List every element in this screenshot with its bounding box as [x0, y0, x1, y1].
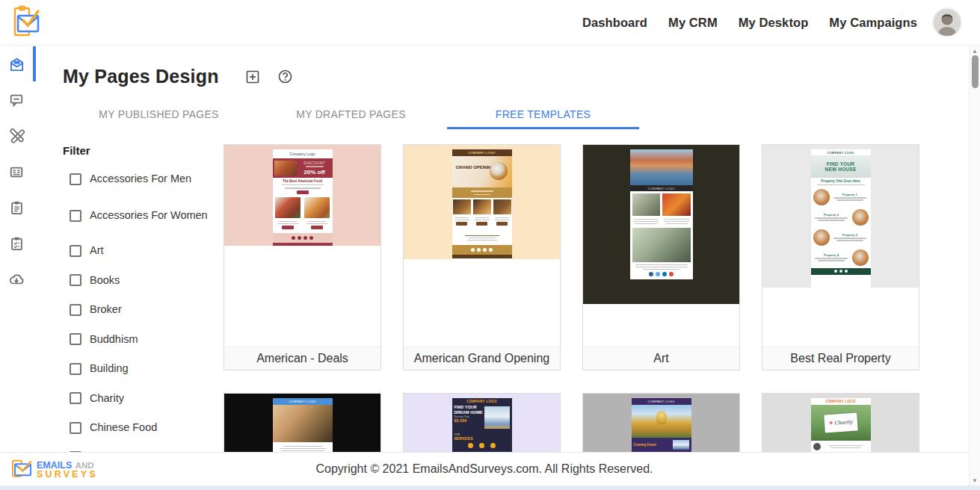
filter-item: Chinese Food: [63, 413, 224, 443]
filter-label: Broker: [90, 302, 122, 317]
sidebar-item-surveys[interactable]: [0, 226, 33, 261]
sidebar-item-design-tools[interactable]: [0, 118, 33, 154]
template-name: Art: [583, 347, 739, 370]
filter-label: Accessories For Men: [90, 171, 191, 187]
scroll-down-arrow[interactable]: ▼: [970, 477, 980, 484]
scrollbar-thumb[interactable]: [972, 55, 979, 88]
main-content: My Pages Design MY PUBLISHED PAGES MY DR…: [33, 46, 969, 452]
filter-label: Art: [90, 243, 104, 258]
filter-label: Books: [90, 273, 120, 288]
filter-checkbox-broker[interactable]: [70, 304, 81, 316]
template-name: Best Real Property: [762, 347, 919, 370]
top-navigation: Dashboard My CRM My Desktop My Campaigns: [582, 16, 917, 30]
nav-my-crm[interactable]: My CRM: [668, 16, 718, 30]
template-name: American Grand Opening: [404, 347, 560, 370]
sidebar-active-indicator: [33, 46, 36, 81]
template-thumbnail: Company Logo DISCOUNT 20% off The Best A…: [224, 145, 380, 246]
template-card-row2-2[interactable]: COMPANY LOGO FIND YOUR DREAM HOME Starti…: [403, 393, 561, 452]
template-thumbnail: COMPANY LOGO GRAND OPENING!: [404, 145, 560, 259]
filter-item: Books: [63, 266, 224, 296]
filter-item: Buddhism: [63, 325, 224, 355]
vertical-scrollbar[interactable]: ▲ ▼: [969, 46, 980, 486]
filter-label: Building: [90, 361, 129, 376]
template-thumbnail: COMPANY LOGO Coming Event: [583, 394, 739, 452]
sidebar-item-pages[interactable]: [0, 46, 33, 82]
template-thumbnail: COMPANY LOGO: [583, 145, 739, 304]
nav-my-campaigns[interactable]: My Campaigns: [829, 16, 917, 30]
nav-dashboard[interactable]: Dashboard: [582, 16, 647, 30]
add-square-icon: [246, 70, 259, 84]
template-card-row2-3[interactable]: COMPANY LOGO Coming Event: [582, 393, 740, 452]
filter-item: Art: [63, 236, 224, 266]
filter-checkbox-charity[interactable]: [70, 392, 81, 404]
filter-list: Accessories For Men Accessories For Wome…: [63, 163, 224, 452]
template-thumbnail: COMPANY LOGO ♥ Charity: [762, 394, 919, 452]
template-card-row2-1[interactable]: COMPANY LOGO: [224, 393, 381, 452]
page-title: My Pages Design: [63, 66, 219, 87]
sidebar-item-news[interactable]: [0, 154, 33, 190]
template-card-art[interactable]: COMPANY LOGO: [582, 144, 740, 370]
copyright-text: Copyright © 2021 EmailsAndSurveys.com. A…: [315, 462, 653, 476]
add-page-button[interactable]: [246, 70, 259, 84]
filter-item: Accessories For Men: [63, 163, 224, 195]
filter-item: Building: [63, 354, 224, 384]
help-button[interactable]: [278, 69, 292, 84]
filter-label: Accessories For Women: [90, 208, 208, 223]
filter-checkbox-accessories-for-women[interactable]: [70, 210, 81, 222]
comment-icon: [9, 93, 24, 108]
filter-item: Charity: [63, 384, 224, 414]
footer-envelope-icon: [10, 459, 33, 479]
icon-sidebar: [0, 46, 33, 452]
filter-checkbox-building[interactable]: [70, 363, 81, 375]
question-circle-icon: [278, 69, 292, 84]
filter-panel: Filter Accessories For Men Accessories F…: [63, 144, 224, 452]
template-thumbnail: COMPANY LOGO FIND YOUR NEW HOUSE Propert…: [762, 145, 919, 288]
app-header: Dashboard My CRM My Desktop My Campaigns: [0, 0, 980, 46]
cloud-download-icon: [8, 272, 25, 287]
tab-my-published-pages[interactable]: MY PUBLISHED PAGES: [63, 99, 255, 129]
filter-item: Accessories For Women: [63, 199, 224, 232]
avatar-photo: [934, 9, 961, 36]
template-name: American - Deals: [224, 347, 380, 370]
app-logo[interactable]: [10, 5, 40, 40]
template-grid: Company Logo DISCOUNT 20% off The Best A…: [224, 144, 919, 452]
sidebar-item-downloads[interactable]: [0, 261, 33, 297]
app-footer: EMAILS AND SURVEYS Copyright © 2021 Emai…: [0, 452, 969, 486]
filter-item: Broker: [63, 295, 224, 325]
template-card-best-real-property[interactable]: COMPANY LOGO FIND YOUR NEW HOUSE Propert…: [762, 144, 919, 370]
tab-free-templates[interactable]: FREE TEMPLATES: [447, 99, 639, 129]
filter-label: Buddhism: [90, 332, 138, 347]
footer-logo: EMAILS AND SURVEYS: [10, 459, 98, 479]
newspaper-icon: [9, 164, 24, 179]
sidebar-item-forms[interactable]: [0, 190, 33, 226]
scroll-up-arrow[interactable]: ▲: [970, 48, 980, 55]
template-thumbnail: COMPANY LOGO FIND YOUR DREAM HOME Starti…: [404, 394, 560, 452]
horizontal-scrollbar-track[interactable]: [0, 486, 980, 490]
template-card-row2-4[interactable]: COMPANY LOGO ♥ Charity: [762, 393, 919, 452]
filter-checkbox-books[interactable]: [70, 274, 81, 286]
tab-my-drafted-pages[interactable]: MY DRAFTED PAGES: [255, 99, 447, 129]
template-thumbnail: COMPANY LOGO: [224, 394, 380, 452]
brand-envelope-icon: [10, 5, 40, 40]
template-card-american-deals[interactable]: Company Logo DISCOUNT 20% off The Best A…: [224, 144, 381, 370]
filter-checkbox-art[interactable]: [70, 245, 81, 257]
mail-open-icon: [9, 57, 25, 72]
sidebar-item-messages[interactable]: [0, 82, 33, 118]
design-tools-icon: [9, 128, 25, 144]
filter-checkbox-chinese-food[interactable]: [70, 422, 81, 434]
filter-item: Christianity: [63, 443, 224, 453]
filter-label: Chinese Food: [90, 420, 157, 435]
clipboard-check-icon: [10, 236, 24, 251]
filter-checkbox-accessories-for-men[interactable]: [70, 173, 81, 185]
filter-label: Charity: [90, 391, 124, 406]
user-avatar[interactable]: [932, 7, 962, 37]
nav-my-desktop[interactable]: My Desktop: [739, 16, 809, 30]
heart-icon: ♥: [829, 421, 833, 427]
page-tabs: MY PUBLISHED PAGES MY DRAFTED PAGES FREE…: [63, 99, 639, 129]
filter-heading: Filter: [63, 144, 224, 157]
template-card-american-grand-opening[interactable]: COMPANY LOGO GRAND OPENING!: [403, 144, 561, 370]
filter-checkbox-buddhism[interactable]: [70, 333, 81, 345]
clipboard-icon: [10, 200, 24, 215]
